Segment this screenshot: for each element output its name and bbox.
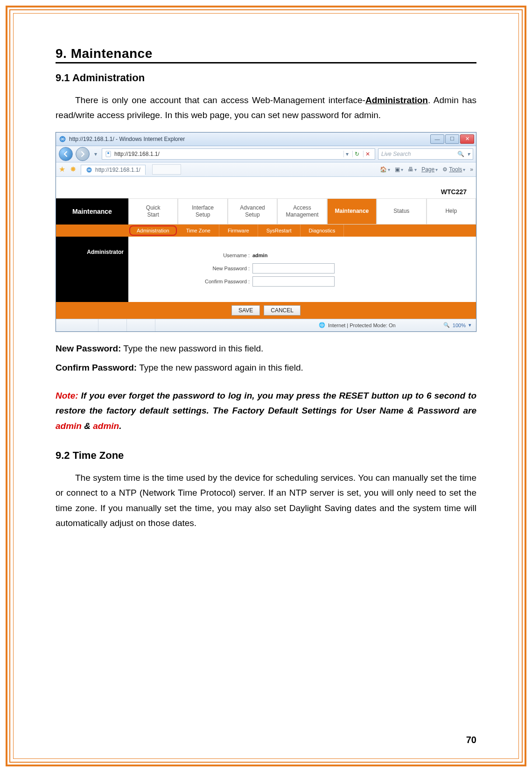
confirm-pw-text: Type the new password again in this fiel… (137, 363, 303, 372)
note-paragraph: Note: If you ever forget the password to… (56, 388, 476, 434)
back-button[interactable] (59, 147, 73, 161)
subsection-9-2-title: 9.2 Time Zone (56, 449, 476, 462)
page-label: Page (421, 166, 434, 173)
tab-ie-icon (86, 167, 92, 173)
main-tab-access-management[interactable]: AccessManagement (277, 198, 327, 225)
sub-tab-firmware[interactable]: Firmware (219, 225, 258, 237)
refresh-icon[interactable]: ↻ (352, 151, 361, 157)
p1-part1: There is only one account that can acces… (75, 95, 365, 105)
status-bar: 🌐 Internet | Protected Mode: On 🔍 100% ▾ (56, 319, 476, 331)
note-amp: & (82, 421, 93, 431)
device-brand: WTC227 (56, 177, 476, 198)
admin-block: Administrator Username : admin New Passw… (56, 237, 476, 302)
ie-icon (59, 135, 66, 143)
administration-link-in-text: Administration (365, 95, 428, 105)
section-9-1-paragraph: There is only one account that can acces… (56, 93, 476, 123)
username-value: admin (252, 253, 267, 258)
sub-tab-administration[interactable]: Administration (129, 225, 177, 236)
address-dropdown-icon[interactable]: ▾ (343, 151, 350, 157)
zoom-value: 100% (453, 323, 466, 328)
main-tab-row: Maintenance QuickStart InterfaceSetup Ad… (56, 198, 476, 225)
main-tab-interface-setup[interactable]: InterfaceSetup (178, 198, 227, 225)
svg-point-2 (107, 152, 109, 154)
sub-tab-sysrestart[interactable]: SysRestart (258, 225, 301, 237)
search-placeholder: Live Search (381, 151, 411, 157)
confirm-pw-label: Confirm Password: (56, 363, 137, 372)
main-tab-advanced-setup[interactable]: AdvancedSetup (228, 198, 277, 225)
address-text: http://192.168.1.1/ (114, 151, 160, 157)
search-dropdown-icon[interactable]: ▾ (467, 151, 470, 157)
sub-tab-row: Administration Time Zone Firmware SysRes… (56, 225, 476, 237)
status-text: Internet | Protected Mode: On (328, 323, 396, 328)
feeds-icon[interactable]: ▣ (395, 166, 403, 173)
search-icon[interactable]: 🔍 (457, 151, 464, 157)
window-title-text: http://192.168.1.1/ - Windows Internet E… (69, 136, 185, 142)
section-9-2-paragraph: The system time is the time used by the … (56, 470, 476, 531)
cancel-button[interactable]: CANCEL (264, 305, 301, 316)
confirm-password-input[interactable] (252, 276, 335, 287)
tools-menu[interactable]: ⚙ Tools (442, 166, 465, 173)
address-bar[interactable]: http://192.168.1.1/ ▾ ↻ ✕ (102, 148, 375, 160)
tab-title: http://192.168.1.1/ (95, 167, 140, 173)
search-box[interactable]: Live Search 🔍 ▾ (378, 148, 473, 160)
subsection-9-1-title: 9.1 Administration (56, 72, 476, 84)
note-admin-2: admin (93, 421, 119, 431)
username-label: Username : (128, 253, 252, 258)
router-page-content: WTC227 Maintenance QuickStart InterfaceS… (56, 177, 476, 319)
confirm-password-label: Confirm Password : (128, 279, 252, 284)
main-tab-status[interactable]: Status (377, 198, 426, 225)
nav-history-dropdown[interactable]: ▾ (92, 151, 99, 157)
favorites-star-icon[interactable]: ★ (59, 165, 65, 174)
maximize-button[interactable]: ☐ (445, 134, 459, 144)
admin-section-label: Administrator (56, 237, 128, 302)
toolbar-overflow-icon[interactable]: » (470, 166, 473, 173)
zoom-icon[interactable]: 🔍 (443, 322, 450, 328)
new-tab-button[interactable] (152, 164, 181, 175)
close-button[interactable]: ✕ (460, 134, 474, 144)
forward-button[interactable] (76, 147, 90, 161)
minimize-button[interactable]: — (430, 134, 444, 144)
main-tab-quick-start[interactable]: QuickStart (128, 198, 178, 225)
toolbar-row: ★ ✸ http://192.168.1.1/ 🏠 ▣ 🖶 Page ⚙ Too… (56, 162, 476, 177)
sub-tab-time-zone[interactable]: Time Zone (178, 225, 219, 237)
page-icon (105, 151, 112, 157)
confirm-password-desc: Confirm Password: Type the new password … (56, 360, 476, 375)
save-button[interactable]: SAVE (231, 305, 260, 316)
button-bar: SAVE CANCEL (56, 302, 476, 319)
home-icon[interactable]: 🏠 (380, 166, 390, 173)
internet-zone-icon: 🌐 (319, 322, 325, 328)
new-password-desc: New Password: Type the new password in t… (56, 341, 476, 356)
main-tab-left-title: Maintenance (56, 198, 128, 225)
zoom-dropdown-icon[interactable]: ▾ (469, 322, 471, 328)
nav-row: ▾ http://192.168.1.1/ ▾ ↻ ✕ Live Search … (56, 146, 476, 162)
page-number: 70 (466, 735, 476, 745)
note-label: Note: (56, 391, 78, 400)
new-pw-label: New Password: (56, 344, 121, 353)
new-pw-text: Type the new password in this field. (121, 344, 263, 353)
note-text: If you ever forget the password to log i… (56, 391, 476, 415)
tools-label: Tools (449, 166, 462, 173)
window-buttons: — ☐ ✕ (430, 134, 474, 144)
main-tab-help[interactable]: Help (427, 198, 476, 225)
window-titlebar: http://192.168.1.1/ - Windows Internet E… (56, 133, 476, 146)
page-menu[interactable]: Page (421, 166, 438, 173)
note-admin-1: admin (56, 421, 82, 431)
sub-tab-diagnostics[interactable]: Diagnostics (301, 225, 344, 237)
note-period: . (119, 421, 121, 431)
section-title: 9. Maintenance (56, 46, 476, 63)
stop-icon[interactable]: ✕ (363, 151, 372, 157)
browser-screenshot: http://192.168.1.1/ - Windows Internet E… (56, 132, 476, 332)
main-tab-maintenance[interactable]: Maintenance (327, 198, 377, 225)
add-favorites-icon[interactable]: ✸ (70, 165, 76, 174)
print-icon[interactable]: 🖶 (408, 166, 417, 173)
new-password-label: New Password : (128, 266, 252, 271)
browser-tab[interactable]: http://192.168.1.1/ (81, 165, 146, 175)
new-password-input[interactable] (252, 263, 335, 274)
